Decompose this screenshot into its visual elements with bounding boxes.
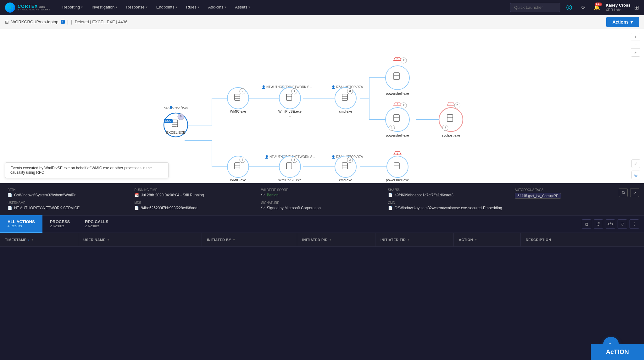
user-name: Kasey Cross [606, 3, 630, 8]
breadcrumb-grid-icon: ⊞ [5, 20, 9, 25]
nav-menu: Reporting ▾ Investigation ▾ Response ▾ E… [58, 0, 510, 15]
tab-process[interactable]: PROCESS 2 Results [42, 215, 78, 233]
fit-screen-button[interactable]: ⤢ [631, 159, 640, 168]
svg-point-3 [568, 7, 570, 8]
node-svchost[interactable]: svchost.exe ! 2 1 [439, 102, 463, 137]
nav-endpoints-chevron: ▾ [176, 5, 177, 9]
wildfire-text: Benign [267, 193, 278, 197]
wildfire-label: WILDFIRE SCORE [261, 188, 383, 192]
alert-b-text: B [397, 58, 398, 61]
autofocus-value: 34445.gsrt_jsa_CorruptPE [515, 193, 636, 199]
th-action-label: ACTION [459, 238, 473, 242]
nav-reporting[interactable]: Reporting ▾ [58, 0, 87, 15]
notifications-button[interactable]: 🔔 99+ [592, 3, 602, 13]
node-cmd-bottom-label: cmd.exe [339, 178, 352, 182]
actions-button[interactable]: Actions ▾ [606, 17, 639, 27]
zoom-in-button[interactable]: + [631, 33, 640, 41]
tab-process-label: PROCESS [50, 219, 70, 224]
tab-all-actions[interactable]: ALL ACTIONS 4 Results [0, 215, 42, 233]
th-initiated-tid-filter-icon[interactable]: ▼ [407, 238, 410, 241]
md5-text: 94bd625209f7bb993f228cd68add... [141, 206, 201, 210]
username-label: USERNAME [8, 201, 129, 205]
tab-all-actions-count: 4 Results [8, 224, 35, 228]
powershell-tr-alert-count: 2 [403, 59, 404, 62]
info-field-autofocus: AUTOFOCUS TAGS 34445.gsrt_jsa_CorruptPE [515, 188, 636, 210]
tab-action-filter[interactable]: ▽ [618, 219, 627, 229]
action-bottom-button[interactable]: AcTION [591, 344, 644, 360]
th-action-filter-icon[interactable]: ▼ [474, 238, 477, 241]
svg-point-15 [279, 87, 301, 109]
path-value: 📄 C:\Windows\System32\wbem\WmiPr... [8, 193, 129, 197]
settings-icon[interactable]: ⚙ [578, 3, 588, 13]
username-icon: 📄 [8, 206, 12, 210]
th-initiated-pid-filter-icon[interactable]: ▼ [329, 238, 332, 241]
username-text: NT AUTHORITY\NETWORK SERVICE [14, 206, 80, 210]
node-wmic-top-label: WMIC.exe [230, 110, 246, 113]
tab-action-export[interactable]: ⧉ [582, 219, 591, 229]
info-actions: ⧉ ↗ [619, 188, 639, 197]
zoom-out-button[interactable]: − [631, 41, 640, 48]
node-wmic-top-count: 2 [242, 89, 243, 93]
copy-action-button[interactable]: ⧉ [619, 188, 628, 197]
node-wmic-bottom[interactable]: WMIC.exe 2 [227, 156, 249, 182]
node-excel[interactable]: EXCEL.EXE 5 CGO RZA-LAPTOP\RZA 👤 [164, 105, 188, 137]
node-wmiprvse-top[interactable]: ↻ WmiPrvSE.exe 1 ↔ [278, 85, 302, 118]
logo: CORTEX XDR BY PALO ALTO NETWORKS [5, 3, 50, 13]
wildfire-value: 🛡 Benign [261, 193, 383, 197]
user-info: Kasey Cross XDR Labs [606, 3, 630, 12]
th-username-filter-icon[interactable]: ▼ [107, 238, 110, 241]
th-timestamp: TIMESTAMP ↓ ▼ [0, 233, 78, 246]
th-initiated-by-filter-icon[interactable]: ▼ [232, 238, 236, 241]
node-cmd-bottom[interactable]: cmd.exe 2 [335, 156, 356, 182]
table-header: TIMESTAMP ↓ ▼ USER NAME ▼ INITIATED BY ▼… [0, 233, 644, 247]
breadcrumb-info-badge: ℹ [61, 20, 65, 24]
nav-investigation[interactable]: Investigation ▾ [87, 0, 122, 15]
nav-addons[interactable]: Add-ons ▾ [204, 0, 230, 15]
node-wmic-top[interactable]: WMIC.exe 2 [227, 87, 249, 113]
node-wmiprvse-top-label: WmiPrvSE.exe [278, 110, 302, 113]
nav-endpoints[interactable]: Endpoints ▾ [152, 0, 182, 15]
nav-response[interactable]: Response ▾ [122, 0, 152, 15]
edge-cmd-powershell-top [360, 78, 388, 98]
sha256-icon: 📄 [388, 193, 393, 197]
nav-assets[interactable]: Assets ▾ [230, 0, 254, 15]
node-powershell-top-right[interactable]: powershell.exe B 2 [386, 57, 409, 95]
tab-action-code[interactable]: </> [606, 219, 615, 229]
node-cmd-top-label: cmd.exe [339, 110, 352, 113]
th-description-label: DESCRIPTION [526, 238, 551, 242]
svchost-alert-text: ! [451, 103, 452, 106]
locate-button[interactable]: ◎ [631, 171, 640, 179]
node-wmiprvse-top-count: 1 [293, 89, 295, 93]
path-icon: 📄 [8, 193, 12, 197]
svg-point-38 [227, 156, 249, 177]
zoom-controls: + − ⤢ [631, 33, 640, 57]
nav-response-chevron: ▾ [146, 5, 147, 9]
th-timestamp-filter-icon[interactable]: ▼ [31, 238, 34, 241]
app-grid-icon[interactable]: ⊞ [634, 4, 639, 11]
svchost-count: 1 [444, 126, 446, 129]
quick-launcher-input[interactable] [510, 3, 560, 12]
signature-label: SIGNATURE [261, 201, 383, 205]
nav-rules[interactable]: Rules ▾ [182, 0, 204, 15]
tab-rpc-calls[interactable]: RPC CALLS 2 Results [77, 215, 116, 233]
info-field-running-time: RUNNING TIME 📅 Jul 28th 2020 04:06:04 - … [134, 188, 256, 210]
quick-launcher-icon[interactable] [564, 3, 574, 13]
svg-point-24 [386, 66, 409, 90]
breadcrumb-bar: ⊞ WORKGROUP\rza-laptop ℹ | | Deleted | E… [0, 15, 644, 29]
breadcrumb-left: ⊞ WORKGROUP\rza-laptop ℹ | | Deleted | E… [5, 19, 127, 25]
zoom-fit-button[interactable]: ⤢ [631, 49, 640, 56]
tab-rpc-calls-count: 2 Results [85, 224, 108, 228]
path-label: PATH [8, 188, 129, 192]
external-link-button[interactable]: ↗ [630, 188, 639, 197]
logo-cortex: CORTEX [18, 4, 38, 8]
node-powershell-mr-label: powershell.exe [386, 133, 409, 137]
node-cmd-top[interactable]: cmd.exe 3 [335, 87, 356, 113]
svg-point-2 [567, 5, 572, 10]
tab-action-more[interactable]: ⋮ [630, 219, 639, 229]
tab-action-time[interactable]: ⏱ [594, 219, 603, 229]
username-value: 📄 NT AUTHORITY\NETWORK SERVICE [8, 206, 129, 210]
th-timestamp-sort-icon[interactable]: ↓ [28, 238, 30, 241]
node-powershell-mid-right[interactable]: powershell.exe ! 2 1 [386, 102, 409, 137]
node-powershell-bottom[interactable]: powershell.exe B [386, 152, 409, 182]
info-field-username: USERNAME 📄 NT AUTHORITY\NETWORK SERVICE [8, 201, 129, 210]
